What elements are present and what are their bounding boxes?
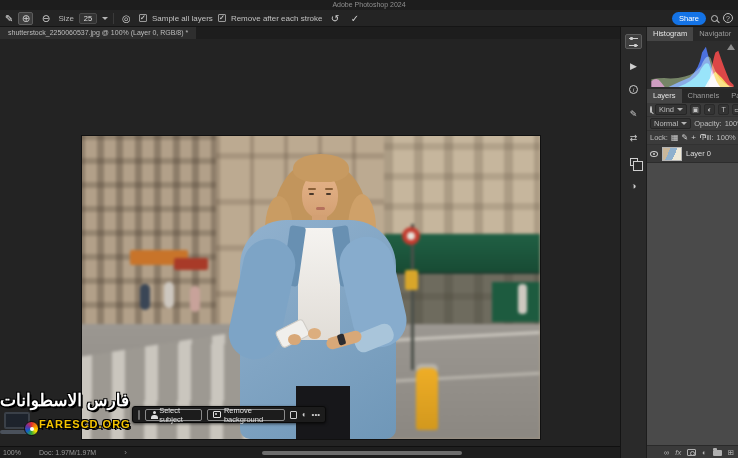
contextual-taskbar: Select subject Remove background ◐ ••• bbox=[132, 406, 326, 423]
photo-woman-hand bbox=[288, 334, 301, 345]
layers-panel-footer: ∞ fx ◐ ⊞ bbox=[647, 445, 738, 458]
image-icon bbox=[213, 411, 221, 418]
half-circle-icon: ◑ bbox=[631, 181, 636, 191]
watermark-site: FARESCD.ORG bbox=[39, 418, 131, 430]
brush-ring-icon: ◎ bbox=[122, 13, 131, 24]
filter-pixel-layers-icon[interactable]: ▣ bbox=[690, 104, 701, 115]
sample-all-layers-checkbox[interactable] bbox=[139, 14, 147, 22]
size-label: Size bbox=[58, 14, 74, 23]
more-options-icon[interactable]: ••• bbox=[312, 410, 320, 419]
kind-filter-dropdown[interactable]: Kind bbox=[655, 104, 687, 115]
opacity-value[interactable]: 100% bbox=[725, 119, 738, 128]
new-adjustment-layer-icon[interactable]: ◐ bbox=[702, 448, 707, 457]
help-icon[interactable]: ? bbox=[723, 13, 733, 23]
brush-settings-button[interactable]: ◎ bbox=[119, 12, 134, 25]
blend-mode-dropdown[interactable]: Normal bbox=[650, 118, 691, 129]
search-icon[interactable] bbox=[711, 15, 718, 22]
remove-background-button[interactable]: Remove background bbox=[207, 409, 285, 421]
brush-subtract-mode-button[interactable]: ⊖ bbox=[38, 12, 53, 25]
layer-mask-icon[interactable] bbox=[687, 449, 696, 456]
lock-fill-row: Lock: ▦ ✎ + Fill: 100% bbox=[647, 131, 738, 145]
transform-icon[interactable] bbox=[290, 411, 297, 419]
new-group-folder-icon[interactable] bbox=[713, 450, 722, 456]
photo-woman-eye bbox=[326, 193, 331, 195]
photo-woman-eyebrow bbox=[308, 188, 316, 190]
lock-label: Lock: bbox=[650, 133, 668, 142]
reset-icon: ↺ bbox=[331, 13, 339, 24]
info-panel-icon[interactable]: i bbox=[625, 82, 642, 97]
layer-row-layer0[interactable]: Layer 0 bbox=[647, 145, 738, 163]
right-dock: ▶ i ✎ ⇄ ◑ Histogram Navigator Layers Cha… bbox=[620, 27, 738, 458]
tab-layers[interactable]: Layers bbox=[647, 89, 682, 103]
remove-after-stroke-checkbox[interactable] bbox=[218, 14, 226, 22]
lock-position-icon[interactable]: + bbox=[691, 133, 696, 142]
kind-label: Kind bbox=[659, 105, 674, 114]
remove-tool-icon[interactable]: ✎ bbox=[5, 13, 13, 24]
photo-woman-hair-top bbox=[293, 154, 349, 182]
layers-list-empty-area bbox=[647, 163, 738, 445]
pencil-icon: ✎ bbox=[630, 109, 638, 119]
filter-shape-layers-icon[interactable]: ▭ bbox=[732, 104, 738, 115]
info-icon: i bbox=[629, 85, 638, 94]
histogram-graph bbox=[650, 43, 735, 87]
blend-mode-value: Normal bbox=[654, 119, 678, 128]
photo-woman-hand bbox=[308, 328, 321, 339]
layer-thumbnail[interactable] bbox=[662, 147, 682, 161]
libraries-panel-icon[interactable] bbox=[625, 154, 642, 169]
panel-icon-strip: ▶ i ✎ ⇄ ◑ bbox=[621, 27, 647, 458]
properties-panel-icon[interactable]: ⇄ bbox=[625, 130, 642, 145]
brush-add-mode-button[interactable]: ⊕ bbox=[18, 12, 33, 25]
layer-name: Layer 0 bbox=[686, 149, 711, 158]
options-bar: ✎ ⊕ ⊖ Size 25 ◎ Sample all layers Remove… bbox=[0, 10, 738, 27]
blend-caret-icon bbox=[681, 122, 687, 125]
sliders-icon bbox=[629, 38, 638, 46]
circle-plus-icon: ⊕ bbox=[22, 13, 30, 24]
tab-channels[interactable]: Channels bbox=[682, 89, 726, 103]
tab-paths[interactable]: Paths bbox=[725, 89, 738, 103]
cd-disc-icon bbox=[24, 421, 39, 436]
kind-caret-icon bbox=[677, 108, 683, 111]
separator bbox=[113, 13, 114, 24]
new-layer-icon[interactable]: ⊞ bbox=[728, 448, 734, 457]
watermark: فارس الاسطوانات FARESCD.ORG bbox=[0, 391, 160, 451]
share-button[interactable]: Share bbox=[672, 12, 706, 25]
link-layers-icon[interactable]: ∞ bbox=[664, 448, 669, 457]
layer-visibility-eye-icon[interactable] bbox=[650, 151, 658, 157]
remove-after-stroke-label: Remove after each stroke bbox=[231, 14, 323, 23]
reset-button[interactable]: ↺ bbox=[327, 12, 342, 25]
window-titlebar: Adobe Photoshop 2024 bbox=[0, 0, 738, 10]
filter-adjustment-layers-icon[interactable]: ◐ bbox=[704, 104, 715, 115]
swap-arrows-icon: ⇄ bbox=[630, 133, 638, 143]
horizontal-scrollbar[interactable] bbox=[262, 451, 462, 455]
adjustment-half-circle-icon[interactable]: ◐ bbox=[302, 410, 307, 419]
fill-value[interactable]: 100% bbox=[717, 133, 736, 142]
lock-paint-icon[interactable]: ✎ bbox=[682, 133, 689, 142]
adjustments-panel-icon[interactable] bbox=[625, 34, 642, 49]
gradients-panel-icon[interactable]: ◑ bbox=[625, 178, 642, 193]
commit-check-icon: ✓ bbox=[351, 13, 359, 24]
photo-woman-lips bbox=[316, 207, 325, 210]
size-input[interactable]: 25 bbox=[79, 13, 97, 24]
document-tab[interactable]: shutterstock_2250060537.jpg @ 100% (Laye… bbox=[0, 27, 196, 39]
stacked-squares-icon bbox=[630, 158, 638, 166]
tab-navigator[interactable]: Navigator bbox=[693, 27, 737, 41]
blend-opacity-row: Normal Opacity: 100% bbox=[647, 117, 738, 131]
actions-panel-icon[interactable]: ▶ bbox=[625, 58, 642, 73]
filter-type-layers-icon[interactable]: T bbox=[718, 104, 729, 115]
watermark-arabic-title: فارس الاسطوانات bbox=[0, 391, 160, 411]
canvas-pasteboard[interactable]: Select subject Remove background ◐ ••• bbox=[0, 39, 620, 446]
sample-all-layers-label: Sample all layers bbox=[152, 14, 213, 23]
histogram-warning-icon[interactable] bbox=[727, 44, 735, 50]
size-dropdown-caret-icon[interactable] bbox=[102, 17, 108, 20]
brush-settings-panel-icon[interactable]: ✎ bbox=[625, 106, 642, 121]
layer-search-icon[interactable] bbox=[650, 106, 652, 113]
commit-button[interactable]: ✓ bbox=[347, 12, 362, 25]
remove-background-label: Remove background bbox=[224, 406, 279, 424]
tab-histogram[interactable]: Histogram bbox=[647, 27, 693, 41]
circle-minus-icon: ⊖ bbox=[42, 13, 50, 24]
lock-transparency-icon[interactable]: ▦ bbox=[671, 133, 679, 142]
layer-effects-icon[interactable]: fx bbox=[675, 448, 681, 457]
layers-tab-group: Layers Channels Paths bbox=[647, 89, 738, 103]
histogram-tab-group: Histogram Navigator bbox=[647, 27, 738, 41]
opacity-label: Opacity: bbox=[694, 119, 722, 128]
